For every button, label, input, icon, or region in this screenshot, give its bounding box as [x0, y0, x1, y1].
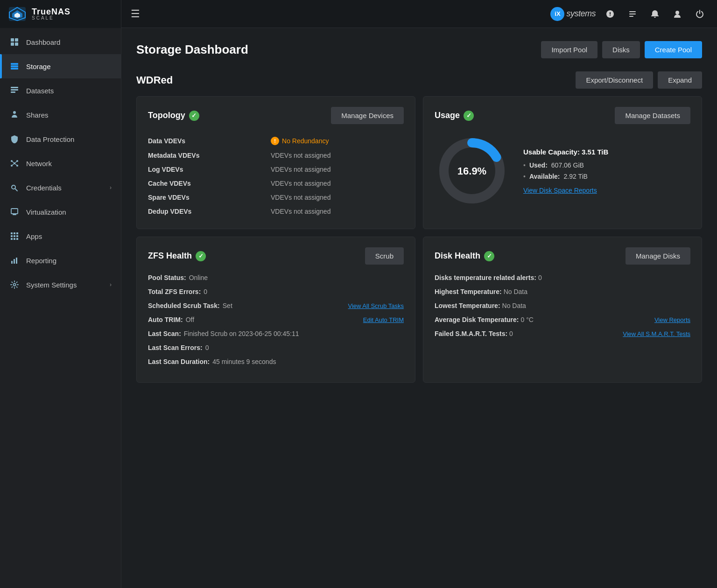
guide-icon[interactable]	[602, 6, 618, 22]
donut-label: 16.9%	[457, 165, 486, 177]
view-all-scrub-tasks-link[interactable]: View All Scrub Tasks	[348, 302, 404, 309]
main-content: Storage Dashboard Import Pool Disks Crea…	[121, 28, 717, 588]
table-row: Data VDEVs ! No Redundancy	[148, 133, 404, 148]
svg-point-14	[13, 111, 16, 114]
sidebar-item-network[interactable]: Network	[0, 151, 121, 175]
topology-row-label: Log VDEVs	[148, 162, 271, 176]
usable-capacity: Usable Capacity: 3.51 TiB	[523, 148, 690, 156]
sidebar-item-label: Virtualization	[26, 208, 66, 216]
svg-rect-27	[14, 214, 15, 215]
svg-rect-41	[629, 11, 636, 12]
manage-datasets-button[interactable]: Manage Datasets	[615, 107, 690, 124]
svg-rect-33	[16, 235, 18, 237]
sidebar-item-label: Storage	[26, 63, 51, 70]
svg-rect-28	[11, 232, 13, 234]
svg-rect-37	[11, 261, 13, 264]
sidebar-item-virtualization[interactable]: Virtualization	[0, 200, 121, 224]
tasks-icon[interactable]	[625, 6, 640, 22]
used-value: 607.06 GiB	[551, 161, 584, 169]
usage-stats: Usable Capacity: 3.51 TiB Used: 607.06 G…	[523, 148, 690, 194]
manage-disks-button[interactable]: Manage Disks	[626, 247, 690, 265]
scrub-task-value: Set	[223, 302, 232, 309]
pool-actions: Export/Disconnect Expand	[576, 71, 702, 89]
edit-auto-trim-link[interactable]: Edit Auto TRIM	[363, 316, 404, 323]
svg-rect-39	[16, 258, 17, 264]
zfs-health-row: Last Scan Errors: 0	[148, 344, 404, 351]
svg-rect-11	[11, 87, 18, 88]
zfs-health-card: ZFS Health ✓ Scrub Pool Status: Online T…	[136, 237, 415, 383]
topology-row-value: VDEVs not assigned	[271, 204, 404, 218]
alerts-icon[interactable]	[647, 6, 663, 22]
svg-line-22	[12, 163, 14, 166]
topology-card: Topology ✓ Manage Devices Data VDEVs !	[136, 96, 415, 229]
lowest-temp-value: No Data	[502, 302, 690, 309]
zfs-errors-label: Total ZFS Errors:	[148, 288, 201, 295]
donut-chart: 16.9%	[435, 133, 509, 208]
reporting-icon	[9, 255, 20, 266]
disks-button[interactable]: Disks	[602, 41, 640, 58]
sidebar-item-system-settings[interactable]: System Settings ›	[0, 273, 121, 297]
sidebar-item-reporting[interactable]: Reporting	[0, 248, 121, 273]
svg-point-44	[675, 11, 679, 14]
disk-health-card-title: Disk Health ✓	[435, 251, 626, 261]
zfs-health-row: Last Scan: Finished Scrub on 2023-06-25 …	[148, 330, 404, 337]
sidebar-item-credentials[interactable]: Credentials ›	[0, 175, 121, 200]
storage-icon	[9, 61, 20, 71]
scrub-task-label: Scheduled Scrub Task:	[148, 302, 220, 309]
disk-health-row: Disks temperature related alerts: 0	[435, 274, 690, 281]
expand-button[interactable]: Expand	[658, 71, 702, 89]
used-label: Used:	[529, 161, 548, 169]
sidebar-item-shares[interactable]: Shares	[0, 103, 121, 127]
cards-grid: Topology ✓ Manage Devices Data VDEVs !	[136, 96, 702, 383]
used-stat: Used: 607.06 GiB	[523, 161, 690, 169]
hamburger-menu-icon[interactable]: ☰	[131, 8, 140, 20]
sidebar-item-label: Shares	[26, 111, 49, 119]
dashboard-icon	[9, 37, 20, 47]
truenas-logo-icon	[7, 6, 27, 22]
sidebar-item-data-protection[interactable]: Data Protection	[0, 127, 121, 151]
svg-rect-13	[11, 91, 15, 93]
scan-errors-value: 0	[205, 344, 209, 351]
sidebar-item-apps[interactable]: Apps	[0, 224, 121, 248]
warn-icon: !	[271, 137, 279, 145]
user-icon[interactable]	[669, 6, 685, 22]
temp-alerts-label: Disks temperature related alerts:	[435, 274, 536, 281]
zfs-health-card-title: ZFS Health ✓	[148, 251, 365, 261]
auto-trim-value: Off	[186, 316, 194, 323]
topology-row-value: VDEVs not assigned	[271, 190, 404, 204]
auto-trim-label: Auto TRIM:	[148, 316, 183, 323]
avg-temp-value: 0 °C	[521, 316, 653, 323]
sidebar-logo: TrueNAS SCALE	[0, 0, 121, 28]
svg-rect-36	[16, 238, 18, 240]
highest-temp-value: No Data	[504, 288, 690, 295]
zfs-health-row: Total ZFS Errors: 0	[148, 288, 404, 295]
svg-rect-34	[11, 238, 13, 240]
power-icon[interactable]	[692, 6, 708, 22]
pool-status-label: Pool Status:	[148, 274, 186, 281]
disk-space-reports-link[interactable]: View Disk Space Reports	[523, 187, 690, 194]
ix-brand-text: systems	[566, 9, 596, 19]
create-pool-button[interactable]: Create Pool	[645, 41, 702, 58]
table-row: Metadata VDEVs VDEVs not assigned	[148, 148, 404, 162]
sidebar-item-storage[interactable]: Storage	[0, 54, 121, 78]
import-pool-button[interactable]: Import Pool	[541, 41, 598, 58]
topology-card-title: Topology ✓	[148, 111, 331, 121]
view-reports-link[interactable]: View Reports	[654, 316, 690, 323]
scrub-button[interactable]: Scrub	[365, 247, 404, 265]
shares-icon	[9, 110, 20, 120]
zfs-check-icon: ✓	[196, 251, 206, 261]
available-value: 2.92 TiB	[564, 173, 588, 180]
sidebar-item-datasets[interactable]: Datasets	[0, 78, 121, 103]
view-all-smart-tests-link[interactable]: View All S.M.A.R.T. Tests	[623, 330, 690, 337]
pool-section: WDRed Export/Disconnect Expand Topology …	[136, 71, 702, 383]
topology-card-header: Topology ✓ Manage Devices	[148, 107, 404, 124]
manage-devices-button[interactable]: Manage Devices	[331, 107, 404, 124]
export-disconnect-button[interactable]: Export/Disconnect	[576, 71, 653, 89]
temp-alerts-value: 0	[538, 274, 690, 281]
logo-scale: SCALE	[32, 16, 70, 21]
scan-duration-value: 45 minutes 9 seconds	[212, 358, 276, 365]
sidebar-item-dashboard[interactable]: Dashboard	[0, 30, 121, 54]
zfs-health-row: Pool Status: Online	[148, 274, 404, 281]
svg-rect-43	[629, 16, 633, 17]
topbar: ☰ iX systems	[121, 0, 717, 28]
